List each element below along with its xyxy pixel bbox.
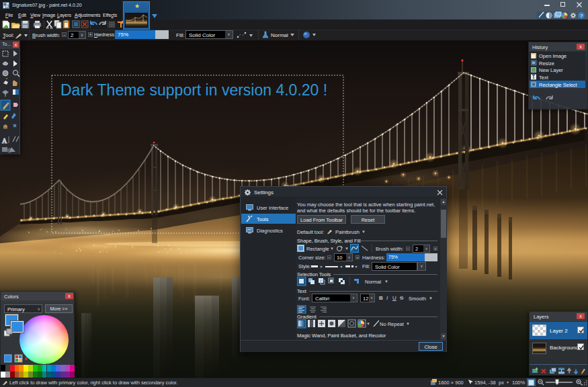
- svg-text:Rectangle Select: Rectangle Select: [539, 82, 578, 88]
- svg-text:Text: Text: [539, 75, 549, 81]
- svg-text:A: A: [2, 137, 7, 144]
- svg-text:?: ?: [580, 13, 583, 19]
- svg-text:Open Image: Open Image: [539, 53, 566, 59]
- svg-text:New Layer: New Layer: [539, 67, 563, 73]
- svg-text:Dark Theme support in version: Dark Theme support in version 4.0.20 !: [60, 81, 327, 99]
- svg-text:Resize: Resize: [539, 60, 554, 67]
